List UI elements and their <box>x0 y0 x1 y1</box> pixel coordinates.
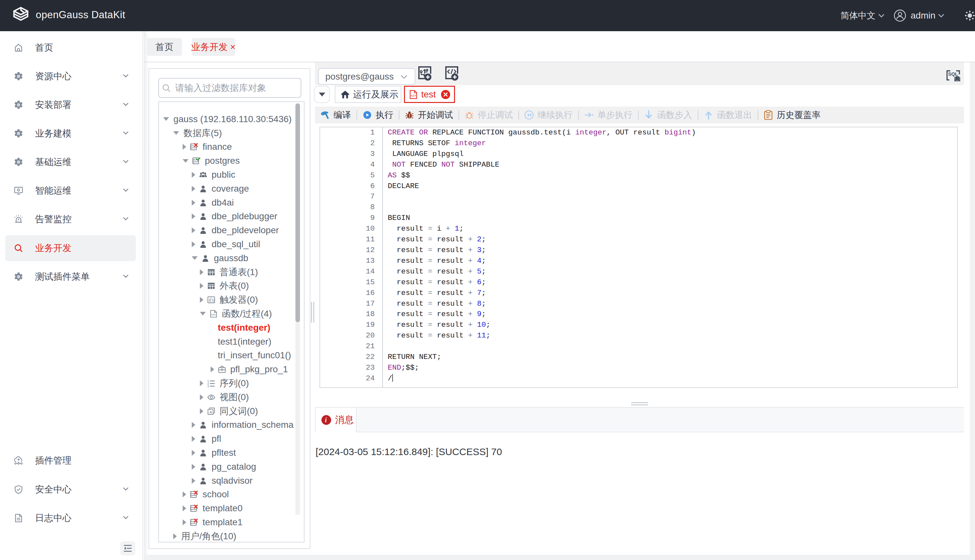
svg-text:i: i <box>325 417 327 423</box>
svg-text:</>: </> <box>411 93 416 97</box>
svg-text:SQL: SQL <box>948 72 958 77</box>
